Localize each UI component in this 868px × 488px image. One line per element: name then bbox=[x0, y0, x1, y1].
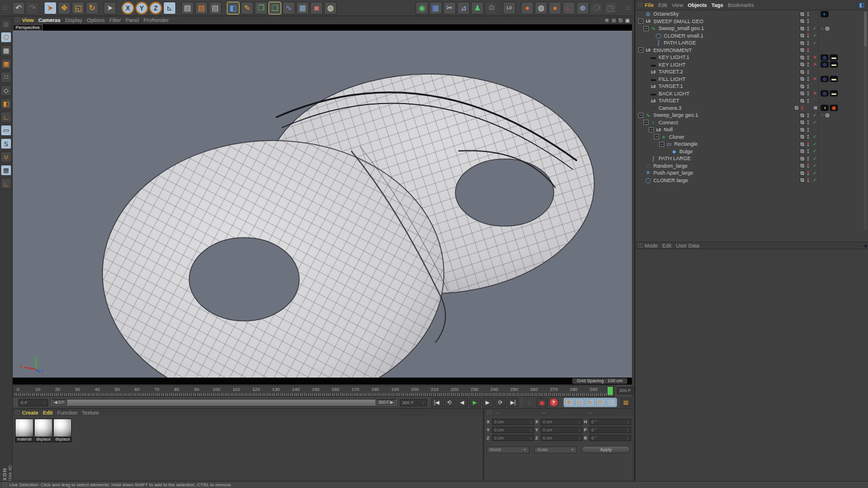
layer-icon[interactable] bbox=[800, 134, 805, 139]
enabled-check-icon[interactable]: ✓ bbox=[811, 171, 818, 176]
enabled-check-icon[interactable]: ✓ bbox=[811, 178, 818, 183]
visibility-dots[interactable] bbox=[807, 171, 810, 175]
coordinate-input-z[interactable]: 0 cm↕ bbox=[540, 435, 583, 441]
object-label[interactable]: PATH LARGE bbox=[659, 156, 691, 161]
object-label[interactable]: Bulge bbox=[679, 149, 693, 154]
tree-row-cloner-small-1[interactable]: ◯CLONER small.1✓ bbox=[635, 32, 868, 40]
object-label[interactable]: KEY LIGHT.1 bbox=[659, 54, 689, 60]
object-label[interactable]: Push Apart_large bbox=[653, 170, 693, 176]
tree-row-target[interactable]: L0TARGET bbox=[635, 97, 868, 105]
key-parameter-button[interactable]: Ⓟ bbox=[596, 398, 605, 406]
coordinate-input-h[interactable]: 0 °↕ bbox=[589, 419, 631, 425]
floor-object-button[interactable]: ▦ bbox=[296, 2, 309, 14]
range-end-field[interactable]: 300 F ↕ bbox=[400, 399, 427, 406]
material-menu-grip-icon[interactable] bbox=[15, 410, 20, 416]
disabled-x-icon[interactable]: ✕ bbox=[811, 76, 818, 82]
tree-row-sweep-small-geo[interactable]: −L0SWEEP SMALL GEO bbox=[635, 18, 868, 25]
render-view-button[interactable]: ▤ bbox=[181, 2, 194, 14]
visibility-dots[interactable] bbox=[807, 69, 810, 74]
viewport-menu-display[interactable]: Display bbox=[65, 17, 82, 23]
attribute-manager-menu-edit[interactable]: Edit bbox=[663, 243, 672, 249]
tree-row-camera-3[interactable]: ◫Camera.3⊠◑▣ bbox=[635, 105, 868, 112]
tree-row-path-large[interactable]: ʃPATH LARGE✓ bbox=[635, 39, 868, 47]
visibility-dots[interactable] bbox=[807, 55, 810, 60]
move-tool[interactable]: ✥ bbox=[58, 2, 71, 14]
material-tag[interactable]: ◍ bbox=[825, 25, 830, 31]
object-label[interactable]: KEY LIGHT bbox=[659, 62, 686, 68]
play-backwards-button[interactable]: ⟲ bbox=[444, 398, 455, 407]
mograph-fracture-button[interactable]: ● bbox=[549, 2, 561, 14]
visibility-dots[interactable] bbox=[807, 142, 810, 146]
attribute-manager-menu-user-data[interactable]: User Data bbox=[676, 243, 700, 249]
layer-icon[interactable] bbox=[800, 76, 805, 82]
visibility-dots[interactable] bbox=[807, 127, 810, 132]
stepper-icon[interactable]: ↕ bbox=[422, 401, 425, 405]
layer-icon[interactable] bbox=[800, 91, 805, 96]
object-label[interactable]: Camera.3 bbox=[659, 105, 682, 111]
measure-tool-button[interactable]: ⊿ bbox=[457, 2, 470, 14]
layer-icon[interactable] bbox=[800, 113, 805, 118]
object-label[interactable]: CLONER small.1 bbox=[664, 33, 704, 39]
expander-icon[interactable]: − bbox=[659, 142, 664, 147]
stepper-icon[interactable]: ↕ bbox=[579, 428, 581, 432]
visibility-dots[interactable] bbox=[807, 135, 810, 139]
object-label[interactable]: Cloner bbox=[669, 134, 685, 140]
play-loop-button[interactable]: ⟳ bbox=[495, 398, 506, 407]
viewport-title[interactable]: Perspective bbox=[13, 24, 43, 31]
tree-row-key-light-1[interactable]: ▬KEY LIGHT.1✕◎▬ bbox=[635, 54, 868, 61]
octane-light-tag[interactable]: ◎ bbox=[821, 76, 829, 82]
tree-row-connect[interactable]: −●Connect✓ bbox=[635, 119, 868, 127]
light-tag[interactable]: ▬ bbox=[830, 54, 838, 61]
visibility-dots[interactable] bbox=[807, 91, 810, 96]
displacer-tag[interactable]: ∴ bbox=[821, 112, 824, 118]
object-label[interactable]: BACK LIGHT bbox=[659, 91, 690, 97]
autokey-button[interactable]: ? bbox=[549, 398, 558, 407]
material-thumbnail-material[interactable]: material bbox=[15, 419, 34, 442]
material-thumbnail-displace[interactable]: displace bbox=[53, 419, 72, 442]
tree-row-target-2[interactable]: L0TARGET.2 bbox=[635, 68, 868, 76]
material-menu-create[interactable]: Create bbox=[22, 410, 38, 416]
viewport-menu-panel[interactable]: Panel bbox=[126, 17, 139, 23]
octane-light-tag[interactable]: ◎ bbox=[821, 90, 829, 97]
expander-icon[interactable]: − bbox=[638, 19, 643, 24]
coordinate-input-p[interactable]: 0 °↕ bbox=[589, 427, 631, 433]
lock-y-axis-button[interactable]: Y bbox=[135, 2, 148, 14]
layer-icon[interactable] bbox=[800, 171, 805, 176]
viewport-menu-filter[interactable]: Filter bbox=[109, 17, 121, 23]
motion-camera-tag[interactable]: ◑ bbox=[821, 105, 829, 111]
wireframe-sweep-object[interactable] bbox=[13, 31, 632, 378]
play-forward-button[interactable]: ▶ bbox=[469, 398, 481, 407]
tree-row-push-apart-large[interactable]: ✕Push Apart_large✓ bbox=[635, 169, 868, 177]
viewport-menu-prorender[interactable]: ProRender bbox=[144, 17, 169, 23]
polygon-reduction-button[interactable]: ✂ bbox=[443, 2, 456, 14]
coordinate-grip-icon[interactable] bbox=[487, 410, 491, 416]
layer-icon[interactable] bbox=[800, 163, 805, 168]
visibility-dots[interactable] bbox=[807, 77, 810, 82]
expander-icon[interactable]: − bbox=[649, 127, 654, 132]
displacer-tag[interactable]: ∴ bbox=[821, 25, 824, 31]
enabled-check-icon[interactable]: ✓ bbox=[811, 149, 818, 154]
keyframe-selection-button[interactable]: ▤ bbox=[620, 398, 631, 407]
bend-deformer-button[interactable]: ∿ bbox=[282, 2, 295, 14]
enabled-check-icon[interactable]: ✓ bbox=[811, 33, 818, 38]
object-label[interactable]: SWEEP SMALL GEO bbox=[653, 19, 704, 24]
tree-row-cloner[interactable]: −∗Cloner✓ bbox=[635, 134, 868, 141]
last-tool-used[interactable]: ➤ bbox=[104, 2, 116, 14]
layer-icon[interactable] bbox=[800, 84, 805, 89]
tree-row-sweep-large-geo-1[interactable]: −∿Sweep_large geo.1✓∴◍ bbox=[635, 112, 868, 119]
octane-light-tag[interactable]: ◎ bbox=[821, 61, 829, 68]
object-manager-menu-file[interactable]: File bbox=[645, 2, 654, 8]
preview-range-slider[interactable]: ◀ 0 F 300 F ▶ bbox=[50, 399, 398, 406]
light-object-button[interactable]: ◍ bbox=[324, 2, 337, 14]
range-start-grabber[interactable]: ◀ 0 F bbox=[52, 400, 67, 405]
mograph-cloner-button[interactable]: ● bbox=[521, 2, 534, 14]
object-label[interactable]: Rectangle bbox=[674, 141, 698, 147]
viewport-menu-view[interactable]: View bbox=[22, 17, 34, 23]
tree-row-path-large[interactable]: ʃPATH LARGE✓ bbox=[635, 155, 868, 162]
workplane-disabled-button[interactable]: ◳ bbox=[604, 2, 617, 14]
record-disabled-button[interactable]: ◌ bbox=[524, 398, 535, 407]
object-manager-menu-objects[interactable]: Objects bbox=[687, 2, 707, 8]
coordinate-input-y[interactable]: 0 cm↕ bbox=[540, 427, 583, 433]
visibility-dots[interactable] bbox=[807, 34, 810, 38]
object-manager-scrollbar[interactable] bbox=[864, 12, 867, 230]
